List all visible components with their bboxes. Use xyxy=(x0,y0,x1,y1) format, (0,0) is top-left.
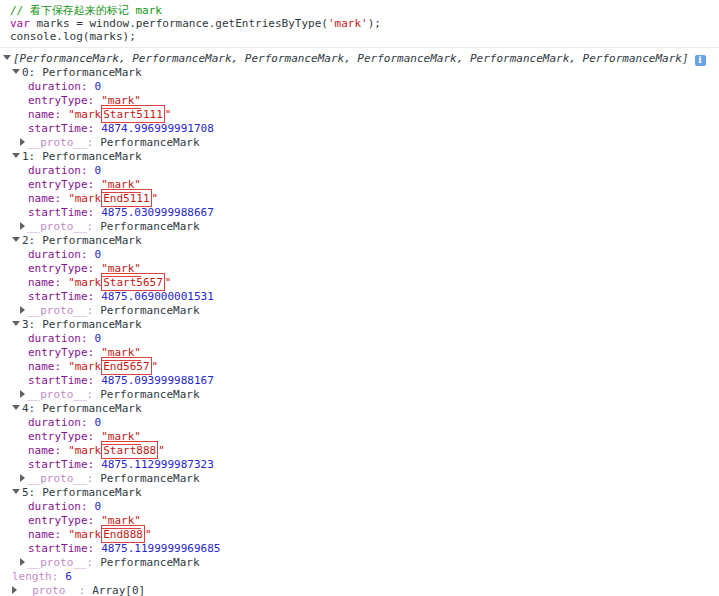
array-preview-row[interactable]: [PerformanceMark, PerformanceMark, Perfo… xyxy=(0,52,719,66)
property-value: 0 xyxy=(95,416,102,429)
name-value-prefix: "mark xyxy=(68,444,101,457)
name-value-suffix: " xyxy=(165,276,172,289)
code-text: ); xyxy=(368,17,381,30)
property-row-name: name:"markEnd5657" xyxy=(0,360,719,374)
entry-header-row[interactable]: 1:PerformanceMark xyxy=(0,150,719,164)
entry-index: 3: xyxy=(22,318,35,331)
property-name: entryType: xyxy=(28,178,94,191)
collapsed-triangle-icon[interactable] xyxy=(20,558,25,566)
proto-label: __proto__: xyxy=(19,584,85,596)
property-name: entryType: xyxy=(28,514,94,527)
expanded-triangle-icon[interactable] xyxy=(3,55,11,60)
entry-index: 4: xyxy=(22,402,35,415)
property-row-starttime: startTime:4875.112999987323 xyxy=(0,458,719,472)
property-name: duration: xyxy=(28,248,88,261)
name-value-boxed: Start888 xyxy=(101,441,158,459)
keyword-var: var xyxy=(10,17,30,30)
performance-mark-entry: 4:PerformanceMark duration:0 entryType:"… xyxy=(0,402,719,486)
proto-value: PerformanceMark xyxy=(100,304,199,317)
name-value-suffix: " xyxy=(152,360,159,373)
name-value-boxed: End888 xyxy=(101,525,145,543)
property-value: 4875.1199999969685 xyxy=(101,542,220,555)
performance-mark-entry: 5:PerformanceMark duration:0 entryType:"… xyxy=(0,486,719,570)
code-comment-line: // 看下保存起来的标记 mark xyxy=(10,4,719,17)
expanded-triangle-icon[interactable] xyxy=(12,405,20,410)
entry-header-row[interactable]: 5:PerformanceMark xyxy=(0,486,719,500)
property-name: name: xyxy=(28,360,61,373)
collapsed-triangle-icon[interactable] xyxy=(20,222,25,230)
entry-class: PerformanceMark xyxy=(42,234,141,247)
proto-value: PerformanceMark xyxy=(100,220,199,233)
property-row-name: name:"markStart5111" xyxy=(0,108,719,122)
property-value: 0 xyxy=(95,332,102,345)
expanded-triangle-icon[interactable] xyxy=(12,237,20,242)
entry-index: 0: xyxy=(22,66,35,79)
proto-value: PerformanceMark xyxy=(100,472,199,485)
array-proto-row[interactable]: __proto__:Array[0] xyxy=(0,584,719,596)
property-row-starttime: startTime:4874.996999991708 xyxy=(0,122,719,136)
property-value: 0 xyxy=(95,500,102,513)
proto-row[interactable]: __proto__:PerformanceMark xyxy=(0,304,719,318)
expanded-triangle-icon[interactable] xyxy=(12,489,20,494)
proto-value: PerformanceMark xyxy=(100,556,199,569)
entry-header-row[interactable]: 2:PerformanceMark xyxy=(0,234,719,248)
property-name: startTime: xyxy=(28,290,94,303)
name-value-suffix: " xyxy=(165,108,172,121)
property-name: entryType: xyxy=(28,430,94,443)
entry-index: 2: xyxy=(22,234,35,247)
name-value-prefix: "mark xyxy=(68,360,101,373)
collapsed-triangle-icon[interactable] xyxy=(20,138,25,146)
entry-header-row[interactable]: 4:PerformanceMark xyxy=(0,402,719,416)
collapsed-triangle-icon[interactable] xyxy=(20,390,25,398)
collapsed-triangle-icon[interactable] xyxy=(20,306,25,314)
info-icon[interactable]: i xyxy=(695,55,706,66)
proto-row[interactable]: __proto__:PerformanceMark xyxy=(0,556,719,570)
proto-row[interactable]: __proto__:PerformanceMark xyxy=(0,220,719,234)
property-value: 4875.112999987323 xyxy=(101,458,214,471)
property-name: startTime: xyxy=(28,206,94,219)
property-name: name: xyxy=(28,444,61,457)
property-row-duration: duration:0 xyxy=(0,332,719,346)
performance-mark-entry: 3:PerformanceMark duration:0 entryType:"… xyxy=(0,318,719,402)
property-value: 4875.093999988167 xyxy=(101,374,214,387)
property-value: 0 xyxy=(95,80,102,93)
property-row-starttime: startTime:4875.069000001531 xyxy=(0,290,719,304)
property-row-starttime: startTime:4875.093999988167 xyxy=(0,374,719,388)
property-name: name: xyxy=(28,276,61,289)
expanded-triangle-icon[interactable] xyxy=(12,321,20,326)
property-row-name: name:"markStart888" xyxy=(0,444,719,458)
expanded-triangle-icon[interactable] xyxy=(12,153,20,158)
property-name: name: xyxy=(28,528,61,541)
console-output: [PerformanceMark, PerformanceMark, Perfo… xyxy=(0,48,719,596)
proto-value: Array[0] xyxy=(92,584,145,596)
property-row-duration: duration:0 xyxy=(0,500,719,514)
property-row-starttime: startTime:4875.1199999969685 xyxy=(0,542,719,556)
property-value: 0 xyxy=(95,248,102,261)
proto-row[interactable]: __proto__:PerformanceMark xyxy=(0,136,719,150)
name-value-prefix: "mark xyxy=(68,528,101,541)
name-value-prefix: "mark xyxy=(68,192,101,205)
property-name: startTime: xyxy=(28,122,94,135)
collapsed-triangle-icon[interactable] xyxy=(12,586,17,594)
proto-label: __proto__: xyxy=(27,556,93,569)
code-text: marks = window.performance.getEntriesByT… xyxy=(30,17,328,30)
proto-value: PerformanceMark xyxy=(100,136,199,149)
property-row-duration: duration:0 xyxy=(0,164,719,178)
collapsed-triangle-icon[interactable] xyxy=(20,474,25,482)
entry-class: PerformanceMark xyxy=(42,402,141,415)
proto-row[interactable]: __proto__:PerformanceMark xyxy=(0,472,719,486)
proto-label: __proto__: xyxy=(27,220,93,233)
array-preview-text: [PerformanceMark, PerformanceMark, Perfo… xyxy=(13,52,689,65)
proto-row[interactable]: __proto__:PerformanceMark xyxy=(0,388,719,402)
entry-header-row[interactable]: 3:PerformanceMark xyxy=(0,318,719,332)
performance-mark-entry: 0:PerformanceMark duration:0 entryType:"… xyxy=(0,66,719,150)
property-row-starttime: startTime:4875.030999988667 xyxy=(0,206,719,220)
property-name: duration: xyxy=(28,164,88,177)
name-value-boxed: Start5657 xyxy=(101,273,165,291)
expanded-triangle-icon[interactable] xyxy=(12,69,20,74)
entry-index: 5: xyxy=(22,486,35,499)
property-name: startTime: xyxy=(28,374,94,387)
entry-header-row[interactable]: 0:PerformanceMark xyxy=(0,66,719,80)
console-input-echo: // 看下保存起来的标记 mark var marks = window.per… xyxy=(0,0,719,48)
property-name: startTime: xyxy=(28,458,94,471)
